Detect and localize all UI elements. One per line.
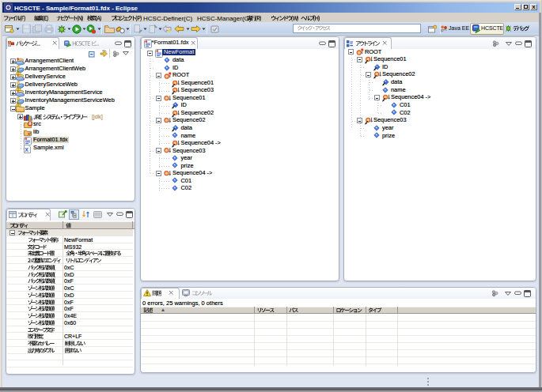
svg-text:X: X: [25, 147, 28, 153]
